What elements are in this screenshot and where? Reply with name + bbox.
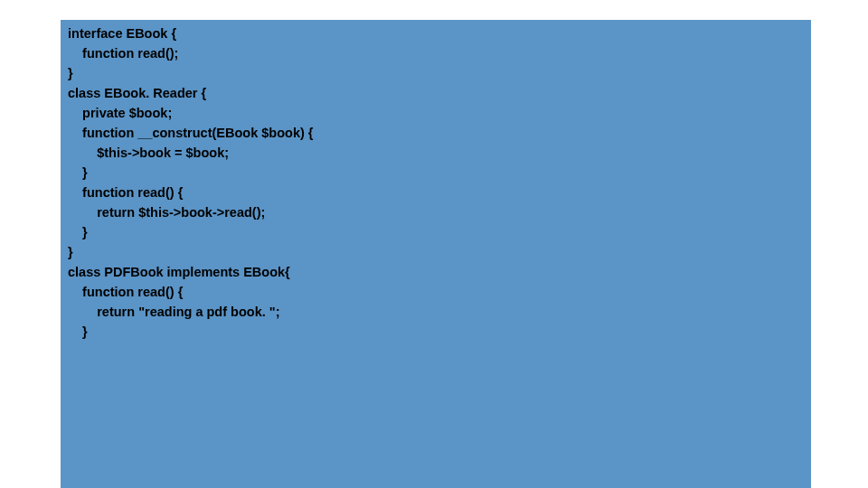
code-line: private $book;	[68, 103, 804, 123]
code-line: function read() {	[68, 183, 804, 202]
slide: interface EBook { function read(); } cla…	[0, 0, 868, 488]
code-line: function read() {	[68, 282, 804, 302]
code-line: return $this->book->read();	[68, 202, 804, 222]
code-line: class PDFBook implements EBook{	[68, 262, 804, 282]
code-line: }	[68, 322, 804, 342]
code-line: }	[68, 242, 804, 262]
code-line: }	[68, 163, 804, 183]
code-line: interface EBook {	[68, 23, 804, 43]
code-line: }	[68, 222, 804, 242]
code-block: interface EBook { function read(); } cla…	[61, 20, 811, 488]
code-line: $this->book = $book;	[68, 143, 804, 163]
code-line: function __construct(EBook $book) {	[68, 123, 804, 143]
code-line: return "reading a pdf book. ";	[68, 302, 804, 322]
code-line: class EBook. Reader {	[68, 83, 804, 103]
code-line: }	[68, 63, 804, 83]
code-line: function read();	[68, 43, 804, 63]
